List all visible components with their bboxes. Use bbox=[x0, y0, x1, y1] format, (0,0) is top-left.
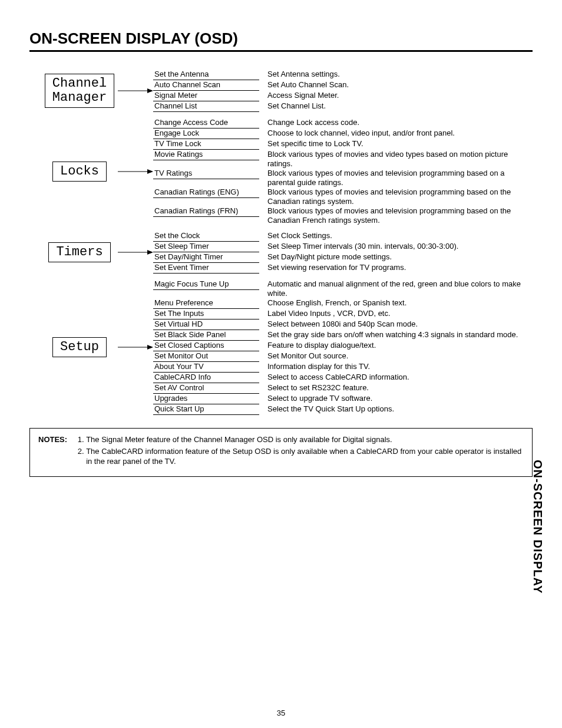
arrow-icon bbox=[118, 249, 153, 256]
menu-item-desc: Automatic and manual alignment of the re… bbox=[267, 279, 533, 298]
menu-item-label: Set Closed Captions bbox=[153, 341, 259, 351]
menu-item-desc: Set specific time to Lock TV. bbox=[267, 139, 533, 150]
menu-item-desc: Set Sleep Timer intervals (30 min. inter… bbox=[267, 242, 533, 252]
items-table: Set the Antenna Set Antenna settings. Au… bbox=[153, 70, 533, 112]
menu-item-desc: Block various types of movies and video … bbox=[267, 150, 533, 169]
menu-item-desc: Select the TV Quick Start Up options. bbox=[267, 404, 533, 415]
osd-section: Channel Manager Set the Antenna Set Ante… bbox=[41, 70, 533, 112]
menu-item-desc: Set Day/Night picture mode settings. bbox=[267, 252, 533, 263]
menu-item-label: Upgrades bbox=[153, 394, 259, 404]
menu-item-label: CableCARD Info bbox=[153, 373, 259, 383]
arrow-icon bbox=[118, 87, 153, 94]
menu-item-desc: Set the gray side bars on/off when watch… bbox=[267, 330, 533, 341]
menu-item-desc: Block various types of movies and televi… bbox=[267, 206, 533, 225]
menu-item-label: Set Day/Night Timer bbox=[153, 252, 259, 263]
menu-item-desc: Feature to display dialogue/text. bbox=[267, 341, 533, 351]
menu-item-desc: Set Auto Channel Scan. bbox=[267, 80, 533, 91]
note-item: The CableCARD information feature of the… bbox=[86, 446, 524, 467]
menu-item-desc: Label Video Inputs , VCR, DVD, etc. bbox=[267, 309, 533, 319]
page-number: 35 bbox=[0, 709, 562, 717]
menu-item-label: Auto Channel Scan bbox=[153, 80, 259, 91]
menu-item-label: Quick Start Up bbox=[153, 404, 259, 415]
menu-item-desc: Set Monitor Out source. bbox=[267, 351, 533, 362]
menu-item-desc: Set Channel List. bbox=[267, 101, 533, 112]
menu-item-label: Magic Focus Tune Up bbox=[153, 279, 259, 290]
page-title: ON-SCREEN DISPLAY (OSD) bbox=[29, 29, 533, 52]
menu-item-label: Canadian Ratings (ENG) bbox=[153, 187, 259, 198]
menu-item-desc: Information display for this TV. bbox=[267, 362, 533, 373]
menu-item-label: Set Black Side Panel bbox=[153, 330, 259, 341]
menu-item-desc: Set viewing reservation for TV programs. bbox=[267, 263, 533, 274]
svg-marker-1 bbox=[147, 88, 153, 93]
menu-item-label: About Your TV bbox=[153, 362, 259, 373]
menu-item-desc: Select between 1080i and 540p Scan mode. bbox=[267, 319, 533, 330]
osd-diagram: Channel Manager Set the Antenna Set Ante… bbox=[41, 70, 533, 415]
menu-item-label: Engage Lock bbox=[153, 129, 259, 139]
osd-section: Timers Set the Clock Set Clock Settings.… bbox=[41, 231, 533, 274]
category-box: Channel Manager bbox=[45, 74, 114, 108]
menu-item-label: Set The Inputs bbox=[153, 309, 259, 319]
menu-item-desc: Block various types of movies and televi… bbox=[267, 187, 533, 206]
menu-item-label: Set Monitor Out bbox=[153, 351, 259, 362]
menu-item-label: Signal Meter bbox=[153, 91, 259, 101]
menu-item-label: Set Virtual HD bbox=[153, 319, 259, 330]
menu-item-desc: Choose English, French, or Spanish text. bbox=[267, 298, 533, 309]
svg-marker-7 bbox=[147, 345, 153, 350]
note-item: The Signal Meter feature of the Channel … bbox=[86, 434, 524, 445]
arrow-icon bbox=[118, 344, 153, 351]
osd-section: Locks Change Access Code Change Lock acc… bbox=[41, 118, 533, 225]
menu-item-label: Set the Clock bbox=[153, 231, 259, 242]
section-side-tab: ON-SCREEN DISPLAY bbox=[531, 460, 544, 594]
category-box: Timers bbox=[48, 242, 110, 262]
menu-item-label: Set Sleep Timer bbox=[153, 242, 259, 252]
items-table: Set the Clock Set Clock Settings. Set Sl… bbox=[153, 231, 533, 274]
menu-item-desc: Change Lock access code. bbox=[267, 118, 533, 129]
menu-item-label: Change Access Code bbox=[153, 118, 259, 129]
menu-item-label: Set the Antenna bbox=[153, 70, 259, 80]
menu-item-label: TV Time Lock bbox=[153, 139, 259, 150]
menu-item-desc: Select to access CableCARD information. bbox=[267, 373, 533, 383]
menu-item-desc: Select to upgrade TV software. bbox=[267, 394, 533, 404]
menu-item-label: Channel List bbox=[153, 101, 259, 112]
menu-item-desc: Access Signal Meter. bbox=[267, 91, 533, 101]
menu-item-label: TV Ratings bbox=[153, 169, 259, 179]
arrow-icon bbox=[118, 168, 153, 175]
notes-box: NOTES: The Signal Meter feature of the C… bbox=[29, 428, 533, 477]
menu-item-label: Movie Ratings bbox=[153, 150, 259, 160]
menu-item-desc: Set Clock Settings. bbox=[267, 231, 533, 242]
menu-item-desc: Set Antenna settings. bbox=[267, 70, 533, 80]
svg-marker-5 bbox=[147, 250, 153, 255]
menu-item-label: Canadian Ratings (FRN) bbox=[153, 206, 259, 217]
menu-item-desc: Choose to lock channel, video input, and… bbox=[267, 129, 533, 139]
notes-list: The Signal Meter feature of the Channel … bbox=[86, 434, 524, 468]
menu-item-desc: Block various types of movies and televi… bbox=[267, 169, 533, 187]
notes-label: NOTES: bbox=[38, 434, 67, 468]
category-box: Setup bbox=[52, 337, 107, 357]
items-table: Change Access Code Change Lock access co… bbox=[153, 118, 533, 225]
items-table: Magic Focus Tune Up Automatic and manual… bbox=[153, 279, 533, 415]
svg-marker-3 bbox=[147, 169, 153, 174]
osd-section: Setup Magic Focus Tune Up Automatic and … bbox=[41, 279, 533, 415]
menu-item-label: Set AV Control bbox=[153, 383, 259, 394]
menu-item-label: Menu Preference bbox=[153, 298, 259, 309]
menu-item-label: Set Event Timer bbox=[153, 263, 259, 274]
menu-item-desc: Select to set RS232C feature. bbox=[267, 383, 533, 394]
category-box: Locks bbox=[52, 162, 107, 182]
